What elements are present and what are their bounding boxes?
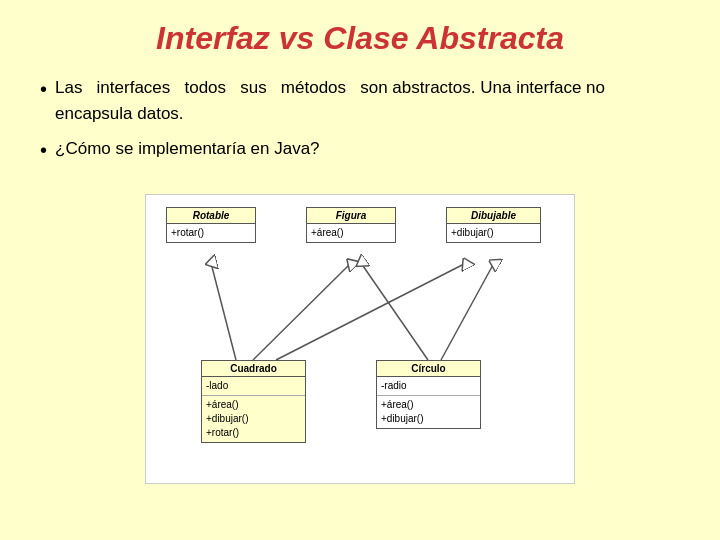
uml-class-cuadrado-methods: +área() +dibujar() +rotar() [202,396,305,442]
bullet-2: • ¿Cómo se implementaría en Java? [40,136,680,164]
uml-method: +rotar() [171,226,251,240]
bullet-dot-1: • [40,75,47,103]
uml-class-cuadrado: Cuadrado -lado +área() +dibujar() +rotar… [201,360,306,443]
uml-method: +rotar() [206,426,301,440]
slide-title: Interfaz vs Clase Abstracta [156,20,564,57]
bullet-dot-2: • [40,136,47,164]
svg-line-3 [361,263,428,360]
uml-class-dibujable-name: Dibujable [447,208,540,224]
uml-method: +dibujar() [206,412,301,426]
uml-class-dibujable: Dibujable +dibujar() [446,207,541,243]
slide: Interfaz vs Clase Abstracta • Las interf… [0,0,720,540]
uml-method: +área() [381,398,476,412]
uml-method: +área() [206,398,301,412]
uml-class-dibujable-body: +dibujar() [447,224,540,242]
uml-class-figura-body: +área() [307,224,395,242]
uml-class-rotable: Rotable +rotar() [166,207,256,243]
uml-method: +dibujar() [451,226,536,240]
uml-class-cuadrado-name: Cuadrado [202,361,305,377]
svg-line-1 [211,263,236,360]
uml-class-rotable-name: Rotable [167,208,255,224]
uml-class-circulo: Círculo -radio +área() +dibujar() [376,360,481,429]
uml-method: +área() [311,226,391,240]
uml-class-figura-name: Figura [307,208,395,224]
uml-class-rotable-body: +rotar() [167,224,255,242]
uml-method: +dibujar() [381,412,476,426]
svg-line-4 [441,263,494,360]
uml-class-circulo-name: Círculo [377,361,480,377]
uml-class-circulo-attrs: -radio [377,377,480,396]
bullet-text-1: Las interfaces todos sus métodos son abs… [55,75,680,126]
bullet-1: • Las interfaces todos sus métodos son a… [40,75,680,126]
uml-attr: -radio [381,379,476,393]
uml-class-cuadrado-attrs: -lado [202,377,305,396]
svg-line-2 [276,263,466,360]
uml-attr: -lado [206,379,301,393]
uml-class-circulo-methods: +área() +dibujar() [377,396,480,428]
bullet-text-2: ¿Cómo se implementaría en Java? [55,136,680,162]
svg-line-0 [253,263,351,360]
bullet-list: • Las interfaces todos sus métodos son a… [30,75,690,174]
uml-class-figura: Figura +área() [306,207,396,243]
uml-diagram: Rotable +rotar() Figura +área() Dibujabl… [145,194,575,484]
